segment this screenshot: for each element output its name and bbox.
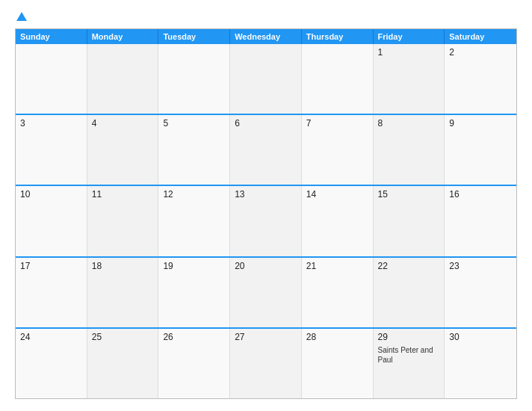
- day-number: 26: [163, 332, 225, 342]
- day-number: 25: [92, 332, 154, 342]
- day-number: 2: [449, 47, 512, 58]
- day-number: 30: [449, 332, 512, 342]
- cal-cell: 1: [374, 44, 445, 114]
- day-number: 5: [163, 118, 225, 129]
- header-cell-wednesday: Wednesday: [230, 29, 302, 44]
- cal-cell: 30: [445, 329, 516, 398]
- cal-cell: [302, 44, 374, 114]
- header-cell-saturday: Saturday: [445, 29, 516, 44]
- calendar-week-2: 3456789: [16, 114, 516, 185]
- cal-cell: [16, 44, 87, 114]
- header-cell-sunday: Sunday: [16, 29, 87, 44]
- calendar-body: 1234567891011121314151617181920212223242…: [16, 44, 516, 398]
- day-number: 15: [378, 189, 440, 200]
- cal-cell: 23: [445, 258, 516, 327]
- day-number: 16: [449, 189, 512, 200]
- cal-cell: [87, 44, 159, 114]
- logo-triangle-icon: [16, 12, 27, 21]
- cal-cell: 28: [302, 329, 374, 398]
- day-number: 22: [378, 261, 440, 271]
- cal-cell: 27: [230, 329, 302, 398]
- event-label: Saints Peter and Paul: [378, 345, 440, 365]
- day-number: 12: [163, 189, 225, 200]
- calendar-week-4: 17181920212223: [16, 256, 516, 327]
- day-number: 3: [20, 118, 82, 129]
- cal-cell: 18: [87, 258, 159, 327]
- header-cell-friday: Friday: [374, 29, 445, 44]
- day-number: 17: [20, 261, 82, 271]
- cal-cell: 10: [16, 186, 87, 256]
- day-number: 20: [235, 261, 297, 271]
- day-number: 14: [306, 189, 368, 200]
- calendar-grid: SundayMondayTuesdayWednesdayThursdayFrid…: [15, 28, 517, 399]
- day-number: 18: [92, 261, 154, 271]
- day-number: 23: [449, 261, 512, 271]
- cal-cell: 4: [87, 115, 159, 185]
- cal-cell: 20: [230, 258, 302, 327]
- cal-cell: 14: [302, 186, 374, 256]
- cal-cell: 6: [230, 115, 302, 185]
- cal-cell: 13: [230, 186, 302, 256]
- day-number: 1: [378, 47, 440, 58]
- day-number: 27: [235, 332, 297, 342]
- cal-cell: 15: [374, 186, 445, 256]
- day-number: 13: [235, 189, 297, 200]
- cal-cell: 12: [158, 186, 230, 256]
- cal-cell: 21: [302, 258, 374, 327]
- calendar-week-1: 12: [16, 44, 516, 114]
- header-cell-tuesday: Tuesday: [158, 29, 230, 44]
- cal-cell: 24: [16, 329, 87, 398]
- logo: [15, 12, 27, 21]
- cal-cell: [158, 44, 230, 114]
- cal-cell: [230, 44, 302, 114]
- cal-cell: 2: [445, 44, 516, 114]
- cal-cell: 17: [16, 258, 87, 327]
- cal-cell: 5: [158, 115, 230, 185]
- cal-cell: 22: [374, 258, 445, 327]
- calendar-week-5: 242526272829Saints Peter and Paul30: [16, 327, 516, 398]
- cal-cell: 25: [87, 329, 159, 398]
- header-cell-thursday: Thursday: [302, 29, 374, 44]
- day-number: 6: [235, 118, 297, 129]
- cal-cell: 7: [302, 115, 374, 185]
- day-number: 9: [449, 118, 512, 129]
- day-number: 7: [306, 118, 368, 129]
- day-number: 29: [378, 332, 440, 342]
- cal-cell: 3: [16, 115, 87, 185]
- cal-cell: 26: [158, 329, 230, 398]
- calendar-week-3: 10111213141516: [16, 185, 516, 256]
- day-number: 4: [92, 118, 154, 129]
- cal-cell: 11: [87, 186, 159, 256]
- day-number: 8: [378, 118, 440, 129]
- page-header: [15, 12, 517, 21]
- day-number: 11: [92, 189, 154, 200]
- cal-cell: 16: [445, 186, 516, 256]
- cal-cell: 9: [445, 115, 516, 185]
- day-number: 10: [20, 189, 82, 200]
- calendar-header-row: SundayMondayTuesdayWednesdayThursdayFrid…: [16, 29, 516, 44]
- header-cell-monday: Monday: [87, 29, 159, 44]
- day-number: 19: [163, 261, 225, 271]
- day-number: 21: [306, 261, 368, 271]
- calendar-page: SundayMondayTuesdayWednesdayThursdayFrid…: [0, 0, 532, 411]
- day-number: 28: [306, 332, 368, 342]
- cal-cell: 8: [374, 115, 445, 185]
- cal-cell: 19: [158, 258, 230, 327]
- cal-cell: 29Saints Peter and Paul: [374, 329, 445, 398]
- day-number: 24: [20, 332, 82, 342]
